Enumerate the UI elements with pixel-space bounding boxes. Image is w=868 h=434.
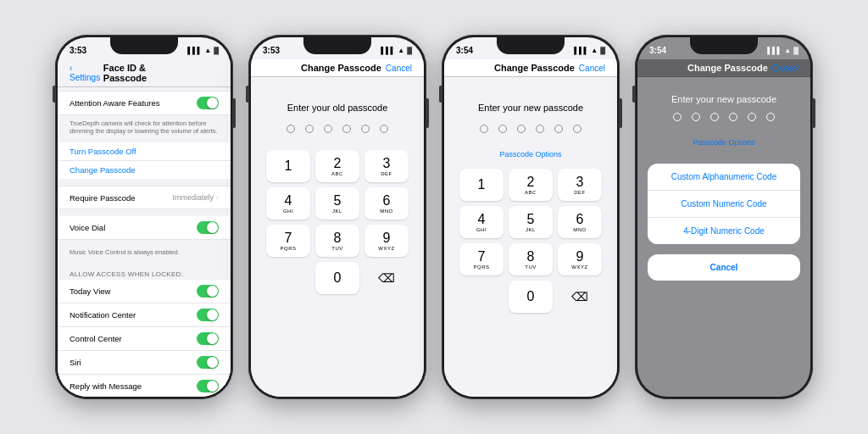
status-icons-1: ▌▌▌ ▲ ▓ <box>187 47 219 54</box>
passcode-screen-2: Enter your old passcode 1 2ABC 3DEF 4GHI… <box>251 77 424 397</box>
wifi-icon: ▲ <box>204 47 211 54</box>
require-passcode-value-group: Immediately › <box>172 193 219 202</box>
signal-icon-4: ▌▌▌ <box>767 47 782 54</box>
custom-numeric-option[interactable]: Custom Numeric Code <box>648 191 800 218</box>
today-view-label: Today View <box>70 287 110 296</box>
control-center-toggle[interactable] <box>197 332 219 345</box>
key-9[interactable]: 9WXYZ <box>364 225 409 257</box>
change-passcode-link[interactable]: Change Passcode <box>58 160 231 179</box>
dot-4-1 <box>673 113 682 121</box>
key-3-5[interactable]: 5JKL <box>509 206 553 238</box>
dot-4-6 <box>766 113 775 121</box>
dot-3-3 <box>517 125 526 133</box>
digit-5: 5 <box>334 194 342 208</box>
key-3-7[interactable]: 7PQRS <box>459 243 504 275</box>
siri-toggle[interactable] <box>197 356 219 369</box>
key-delete[interactable]: ⌫ <box>364 262 409 294</box>
notch-2 <box>303 37 371 54</box>
time-3: 3:54 <box>456 46 473 55</box>
key-3-2[interactable]: 2ABC <box>509 169 553 201</box>
four-digit-option[interactable]: 4-Digit Numeric Code <box>648 218 800 244</box>
numpad-2: 1 2ABC 3DEF 4GHI 5JKL 6MNO 7PQRS 8TUV 9W… <box>251 150 424 294</box>
digit-8: 8 <box>334 231 342 245</box>
notch-4 <box>690 37 758 54</box>
key-3-1[interactable]: 1 <box>459 169 504 201</box>
cancel-button-2[interactable]: Cancel <box>386 64 412 73</box>
battery-icon: ▓ <box>214 47 219 54</box>
voice-dial-row[interactable]: Voice Dial <box>58 216 231 240</box>
key-2[interactable]: 2ABC <box>315 150 359 182</box>
key-3[interactable]: 3DEF <box>364 150 409 182</box>
attention-aware-row[interactable]: Attention Aware Features <box>58 91 231 115</box>
wifi-icon-3: ▲ <box>591 47 598 54</box>
key-3-9[interactable]: 9WXYZ <box>558 243 602 275</box>
nav-title-2: Change Passcode <box>301 63 381 73</box>
notification-center-toggle[interactable] <box>197 309 219 321</box>
attention-description-text: TrueDepth camera will check for attentio… <box>70 120 218 135</box>
cancel-button-3[interactable]: Cancel <box>579 64 605 73</box>
key-6[interactable]: 6MNO <box>364 187 409 220</box>
today-view-toggle[interactable] <box>197 285 219 298</box>
key-3-4[interactable]: 4GHI <box>459 206 504 238</box>
attention-aware-toggle[interactable] <box>197 97 219 109</box>
nav-bar-2: Change Passcode Cancel <box>251 59 424 77</box>
nav-title-4: Change Passcode <box>687 63 768 73</box>
key-1[interactable]: 1 <box>266 150 310 182</box>
passcode-options-4[interactable]: Passcode Options <box>693 138 754 147</box>
require-passcode-row[interactable]: Require Passcode Immediately › <box>58 186 231 209</box>
digit-2: 2 <box>334 157 342 170</box>
dot-4 <box>342 125 351 133</box>
back-button-1[interactable]: ‹ Settings <box>70 64 103 82</box>
letters-8: TUV <box>331 246 343 251</box>
passcode-screen-3: Enter your new passcode Passcode Options… <box>444 77 617 397</box>
time-2: 3:53 <box>263 46 280 55</box>
key-3-0[interactable]: 0 <box>509 281 553 313</box>
reply-message-row[interactable]: Reply with Message <box>58 375 231 397</box>
key-4[interactable]: 4GHI <box>266 187 310 220</box>
digit-4: 4 <box>285 194 292 208</box>
require-passcode-label: Require Passcode <box>70 193 136 203</box>
passcode-options-3[interactable]: Passcode Options <box>499 150 561 159</box>
key-5[interactable]: 5JKL <box>315 187 359 220</box>
key-3-6[interactable]: 6MNO <box>558 206 602 238</box>
key-7[interactable]: 7PQRS <box>266 225 310 257</box>
notification-center-label: Notification Center <box>70 310 136 320</box>
key-3-3[interactable]: 3DEF <box>558 169 602 201</box>
dot-3-5 <box>554 125 563 133</box>
letters-9: WXYZ <box>378 246 394 251</box>
custom-alphanumeric-option[interactable]: Custom Alphanumeric Code <box>648 164 800 191</box>
today-view-row[interactable]: Today View <box>58 280 231 303</box>
letters-3: DEF <box>381 171 392 176</box>
notification-center-row[interactable]: Notification Center <box>58 303 231 327</box>
control-center-row[interactable]: Control Center <box>58 327 231 351</box>
phone-3: 3:54 ▌▌▌ ▲ ▓ Change Passcode Cancel Ente… <box>442 35 620 399</box>
passcode-prompt-3: Enter your new passcode <box>478 103 583 113</box>
key-8[interactable]: 8TUV <box>315 225 359 257</box>
settings-content-1: Attention Aware Features TrueDepth camer… <box>58 87 231 397</box>
wifi-icon-4: ▲ <box>784 47 791 54</box>
battery-icon-3: ▓ <box>600 47 605 54</box>
passcode-screen-4: Enter your new passcode Passcode Options… <box>637 77 810 397</box>
key-3-delete[interactable]: ⌫ <box>558 281 602 313</box>
siri-row[interactable]: Siri <box>58 351 231 375</box>
digit-6: 6 <box>383 194 391 208</box>
letters-2: ABC <box>331 171 343 176</box>
reply-message-toggle[interactable] <box>197 380 219 392</box>
voice-dial-toggle[interactable] <box>197 221 219 234</box>
settings-section-attention: Attention Aware Features TrueDepth camer… <box>58 91 231 139</box>
numpad-3: 1 2ABC 3DEF 4GHI 5JKL 6MNO 7PQRS 8TUV 9W… <box>444 169 617 313</box>
dot-3-6 <box>573 125 581 133</box>
turn-passcode-off-link[interactable]: Turn Passcode Off <box>58 142 231 160</box>
dot-4-2 <box>692 113 700 121</box>
key-0[interactable]: 0 <box>315 262 359 294</box>
letters-7: PQRS <box>280 246 296 251</box>
key-3-8[interactable]: 8TUV <box>509 243 553 275</box>
nav-bar-3: Change Passcode Cancel <box>444 59 617 77</box>
passcode-dots-2 <box>287 125 388 133</box>
passcode-prompt-4: Enter your new passcode <box>671 94 776 104</box>
cancel-button-4[interactable]: Cancel <box>772 64 798 73</box>
passcode-menu-cancel[interactable]: Cancel <box>648 254 800 281</box>
chevron-icon: › <box>216 193 219 202</box>
phone-1: 3:53 ▌▌▌ ▲ ▓ ‹ Settings Face ID & Passco… <box>55 35 233 399</box>
control-center-label: Control Center <box>70 334 122 343</box>
